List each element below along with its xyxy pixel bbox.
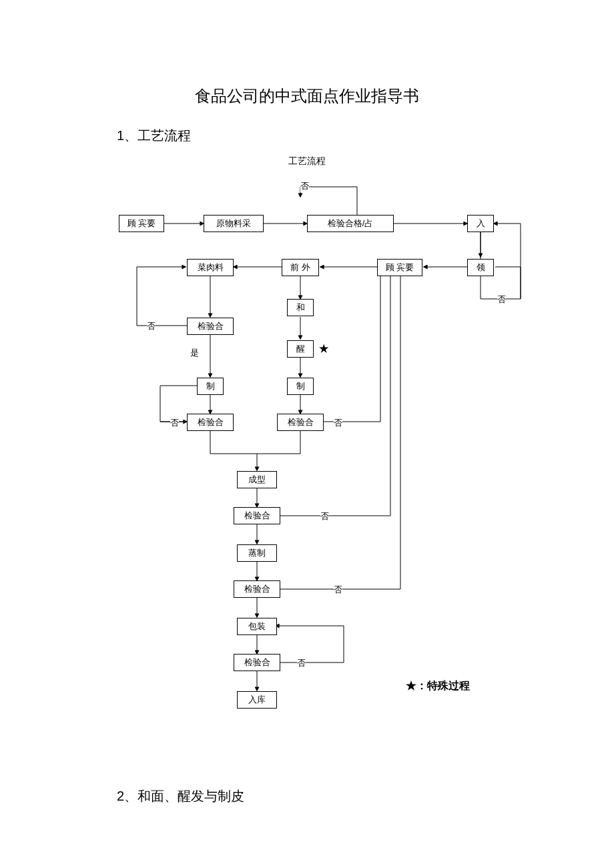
box-store: 入库	[237, 691, 277, 709]
box-receive: 领	[467, 259, 494, 276]
label-no-insp3: 否	[334, 417, 342, 429]
flowchart-arrows	[107, 173, 534, 721]
box-inspect-5: 检验合	[234, 580, 280, 598]
box-mix: 和	[287, 299, 314, 316]
section-2-num: 2	[117, 789, 124, 803]
box-make-1: 制	[197, 378, 224, 395]
section-1-heading: 1、工艺流程	[117, 127, 191, 145]
box-make-2: 制	[287, 378, 314, 395]
diagram-caption: 工艺流程	[0, 155, 614, 167]
section-1-num: 1	[117, 128, 124, 143]
label-no-receive: 否	[497, 294, 506, 306]
box-shape: 成型	[237, 471, 277, 488]
box-raw-material: 原物料采	[204, 215, 264, 232]
star-legend: ★：特殊过程	[406, 679, 470, 693]
box-customer-req-2: 顾 宾要	[377, 259, 422, 276]
box-steam: 蒸制	[237, 544, 277, 562]
section-1-label: 、工艺流程	[124, 128, 191, 143]
box-pack: 包装	[237, 618, 277, 635]
box-customer-req-1: 顾 宾要	[119, 215, 164, 232]
box-inspect-4: 检验合	[234, 507, 280, 524]
box-rise: 醒	[287, 340, 314, 358]
label-no-insp1: 否	[147, 320, 156, 332]
box-inspect-3: 检验合	[277, 414, 324, 431]
label-no-insp2: 否	[170, 417, 179, 429]
flowchart: 顾 宾要 原物料采 检验合格/占 入 领 顾 宾要 前 外 菜肉料 和 检验合 …	[107, 173, 534, 721]
section-2-heading: 2、和面、醒发与制皮	[117, 787, 244, 805]
box-inspect-6: 检验合	[234, 654, 280, 671]
star-marker: ★	[319, 342, 328, 355]
label-no-top: 否	[300, 180, 309, 192]
page-title: 食品公司的中式面点作业指导书	[0, 85, 614, 107]
box-inspect-1: 检验合	[187, 318, 234, 335]
box-in: 入	[467, 215, 494, 232]
section-2-label: 、和面、醒发与制皮	[124, 789, 244, 803]
label-no-insp5: 否	[334, 584, 342, 596]
label-no-insp4: 否	[320, 510, 329, 522]
label-yes-insp1: 是	[190, 347, 199, 359]
box-inspect-or-hold: 检验合格/占	[307, 215, 394, 232]
label-no-insp6: 否	[297, 657, 306, 669]
box-prep: 前 外	[282, 259, 319, 276]
box-inspect-2: 检验合	[187, 414, 234, 431]
box-veg-meat: 菜肉料	[187, 259, 234, 276]
